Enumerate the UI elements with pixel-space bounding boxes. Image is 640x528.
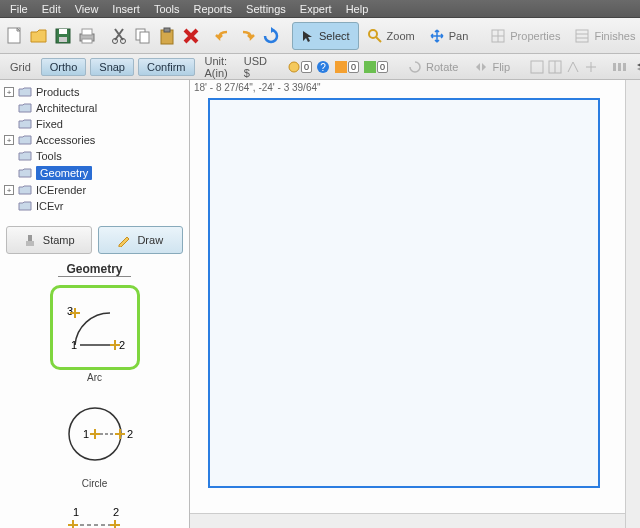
distribute-icon[interactable]	[612, 58, 626, 76]
svg-rect-28	[531, 61, 543, 73]
svg-rect-10	[140, 32, 149, 43]
svg-rect-6	[82, 39, 92, 43]
menu-expert[interactable]: Expert	[294, 1, 338, 17]
options-bar: Grid Ortho Snap Confirm Unit: A(in) USD …	[0, 54, 640, 80]
copy-button[interactable]	[132, 23, 154, 49]
folder-icon	[18, 168, 32, 178]
warn-icon[interactable]	[334, 58, 348, 76]
tree-item-geometry[interactable]: Geometry	[2, 164, 187, 182]
pan-icon	[429, 28, 445, 44]
drawing-canvas[interactable]: 18' - 8 27/64", -24' - 3 39/64"	[190, 80, 640, 528]
align-icon-1[interactable]	[530, 58, 544, 76]
snap-toggle[interactable]: Snap	[90, 58, 134, 76]
menu-file[interactable]: File	[4, 1, 34, 17]
rotate-icon	[408, 60, 422, 74]
svg-rect-34	[618, 63, 621, 71]
pan-tool-button[interactable]: Pan	[423, 23, 475, 49]
delete-button[interactable]	[180, 23, 202, 49]
align-icon-4[interactable]	[584, 58, 598, 76]
align-icon-3[interactable]	[566, 58, 580, 76]
paste-button[interactable]	[156, 23, 178, 49]
menu-tools[interactable]: Tools	[148, 1, 186, 17]
svg-rect-27	[364, 61, 376, 73]
folder-icon	[18, 151, 32, 161]
main-toolbar: Select Zoom Pan Properties Finishes Revi…	[0, 18, 640, 54]
select-label: Select	[319, 30, 350, 42]
shape-line[interactable]: 1 2	[50, 497, 140, 528]
rotate-button[interactable]: Rotate	[402, 54, 464, 80]
shape-arc-label: Arc	[12, 372, 177, 383]
tree-item-icerender[interactable]: +ICErender	[2, 182, 187, 198]
layers-icon	[636, 60, 640, 74]
svg-rect-3	[59, 37, 67, 42]
folder-icon	[18, 201, 32, 211]
menu-reports[interactable]: Reports	[188, 1, 239, 17]
tree-item-architectural[interactable]: Architectural	[2, 100, 187, 116]
properties-button[interactable]: Properties	[484, 23, 566, 49]
palette-tabs: Stamp Draw	[6, 226, 183, 254]
palette-title: Geometry	[58, 262, 130, 277]
folder-icon	[18, 87, 32, 97]
tab-stamp[interactable]: Stamp	[6, 226, 92, 254]
refresh-button[interactable]	[260, 23, 282, 49]
layers-button[interactable]: Layers	[630, 54, 640, 80]
confirm-toggle[interactable]: Confirm	[138, 58, 195, 76]
expander-icon[interactable]: +	[4, 185, 14, 195]
menu-view[interactable]: View	[69, 1, 105, 17]
open-file-button[interactable]	[28, 23, 50, 49]
svg-text:?: ?	[320, 62, 326, 73]
menu-help[interactable]: Help	[340, 1, 375, 17]
zoom-tool-button[interactable]: Zoom	[361, 23, 421, 49]
save-button[interactable]	[52, 23, 74, 49]
menu-settings[interactable]: Settings	[240, 1, 292, 17]
menu-insert[interactable]: Insert	[106, 1, 146, 17]
svg-rect-35	[623, 63, 626, 71]
svg-text:1: 1	[70, 339, 76, 351]
tree-item-products[interactable]: +Products	[2, 84, 187, 100]
currency-label[interactable]: USD $	[238, 53, 273, 81]
expander-icon[interactable]: +	[4, 87, 14, 97]
expander-icon[interactable]: +	[4, 135, 14, 145]
new-file-button[interactable]	[4, 23, 26, 49]
folder-icon	[18, 119, 32, 129]
folder-icon	[18, 185, 32, 195]
shape-circle[interactable]: 1 2	[50, 391, 140, 476]
tree-item-icevr[interactable]: ICEvr	[2, 198, 187, 214]
svg-rect-33	[613, 63, 616, 71]
menu-edit[interactable]: Edit	[36, 1, 67, 17]
tree-item-tools[interactable]: Tools	[2, 148, 187, 164]
stamp-icon	[23, 233, 37, 247]
select-tool-button[interactable]: Select	[292, 22, 359, 50]
align-icon-2[interactable]	[548, 58, 562, 76]
svg-rect-12	[164, 28, 170, 32]
folder-icon	[18, 135, 32, 145]
tree-item-accessories[interactable]: +Accessories	[2, 132, 187, 148]
tab-draw[interactable]: Draw	[98, 226, 184, 254]
svg-text:2: 2	[127, 428, 133, 440]
globe-icon[interactable]	[287, 58, 301, 76]
flip-button[interactable]: Flip	[468, 54, 516, 80]
tree-item-fixed[interactable]: Fixed	[2, 116, 187, 132]
grid-toggle[interactable]: Grid	[4, 59, 37, 75]
print-button[interactable]	[76, 23, 98, 49]
folder-icon	[18, 103, 32, 113]
svg-rect-18	[576, 30, 588, 42]
badge-zero: 0	[377, 61, 388, 73]
cursor-icon	[301, 29, 315, 43]
main-area: +Products Architectural Fixed +Accessori…	[0, 80, 640, 528]
info-icon[interactable]	[363, 58, 377, 76]
scrollbar-vertical[interactable]	[625, 80, 640, 528]
svg-point-23	[289, 62, 299, 72]
undo-button[interactable]	[212, 23, 234, 49]
unit-label[interactable]: Unit: A(in)	[199, 53, 234, 81]
svg-line-14	[376, 37, 381, 42]
ortho-toggle[interactable]: Ortho	[41, 58, 87, 76]
scrollbar-horizontal[interactable]	[190, 513, 625, 528]
finishes-button[interactable]: Finishes	[568, 23, 640, 49]
shape-arc[interactable]: 1 2 3	[50, 285, 140, 370]
redo-button[interactable]	[236, 23, 258, 49]
cut-button[interactable]	[108, 23, 130, 49]
help-icon[interactable]: ?	[316, 58, 330, 76]
menu-bar: File Edit View Insert Tools Reports Sett…	[0, 0, 640, 18]
svg-text:1: 1	[82, 428, 88, 440]
